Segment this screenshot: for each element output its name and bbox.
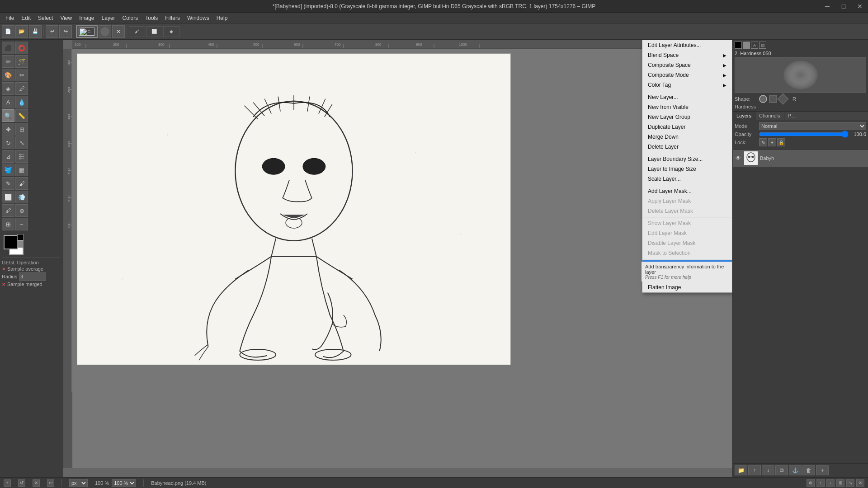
shape-circle[interactable]: [759, 95, 767, 103]
scroll-up-icon[interactable]: ↑: [816, 479, 825, 487]
ctx-item-color-tag[interactable]: Color Tag▶: [642, 80, 732, 90]
canvas-area[interactable]: 100 200 300 400 500 600 700 800 900 1000: [63, 40, 732, 477]
anchor-layer-btn[interactable]: ⚓: [789, 465, 802, 475]
ctx-item-new-from-visible[interactable]: New from Visible: [642, 102, 732, 112]
move-layer-down-btn[interactable]: ↓: [762, 465, 774, 475]
menu-edit[interactable]: Edit: [18, 13, 34, 23]
add-layer-btn[interactable]: +: [816, 465, 829, 475]
new-image-icon[interactable]: +: [4, 479, 11, 487]
menu-windows[interactable]: Windows: [184, 13, 213, 23]
tool-rotate[interactable]: ↻: [2, 136, 14, 149]
paint-mode-btn2[interactable]: ⬜: [146, 26, 162, 37]
tool-scale[interactable]: ⤡: [15, 136, 28, 149]
close-preview[interactable]: ✕: [112, 25, 125, 38]
close-button[interactable]: ✕: [852, 0, 868, 13]
tool-select-by-color[interactable]: 🎨: [2, 69, 14, 81]
foreground-color-swatch[interactable]: [4, 235, 18, 249]
tool-move[interactable]: ✥: [2, 123, 14, 136]
tool-eraser[interactable]: ⬜: [2, 191, 14, 203]
opacity-slider[interactable]: [759, 131, 849, 137]
unit-select[interactable]: px mm cm in: [69, 479, 88, 487]
ctx-item-add-layer-mask[interactable]: Add Layer Mask...: [642, 186, 732, 196]
menu-tools[interactable]: Tools: [142, 13, 161, 23]
ctx-item-delete-layer[interactable]: Delete Layer: [642, 142, 732, 152]
menu-layer[interactable]: Layer: [98, 13, 119, 23]
ctx-item-edit-layer-attrs[interactable]: Edit Layer Attributes...: [642, 40, 732, 50]
tool-airbrush[interactable]: 💨: [15, 191, 28, 203]
ctx-item-scale-layer[interactable]: Scale Layer...: [642, 174, 732, 184]
tool-shear[interactable]: ⊿: [2, 150, 14, 163]
menu-colors[interactable]: Colors: [119, 13, 142, 23]
restore-icon[interactable]: ↺: [18, 479, 25, 487]
nav-icon[interactable]: ⊕: [807, 479, 815, 487]
lock-add[interactable]: +: [768, 138, 776, 146]
tool-zoom[interactable]: 🔍: [2, 109, 14, 122]
tool-align[interactable]: ⊞: [15, 123, 28, 136]
black-preset[interactable]: [17, 234, 24, 240]
tool-scissors[interactable]: ✂: [15, 69, 28, 81]
tool-ellipse-select[interactable]: ⭕: [15, 42, 28, 54]
toolbar-redo[interactable]: ↪: [59, 25, 72, 38]
menu-view[interactable]: View: [57, 13, 75, 23]
ctx-item-blend-space[interactable]: Blend Space▶: [642, 50, 732, 60]
tool-smudge[interactable]: ~: [15, 218, 28, 230]
pattern-indicator[interactable]: A: [751, 42, 758, 49]
expand-icon[interactable]: ⤡: [846, 479, 854, 487]
undo-history-icon[interactable]: ↩: [47, 479, 54, 487]
background-indicator[interactable]: [743, 42, 750, 49]
tool-pencil[interactable]: ✎: [2, 177, 14, 190]
brush-preset-2[interactable]: [99, 25, 111, 38]
tool-rectangle-select[interactable]: ⬛: [2, 42, 14, 54]
tool-text[interactable]: A: [2, 96, 14, 108]
lock-pixels[interactable]: ✎: [759, 138, 767, 146]
tab-layers[interactable]: Layers: [733, 112, 755, 120]
tool-fuzzy-select[interactable]: 🪄: [15, 55, 28, 68]
layer-row-babyhead[interactable]: 👁 Babyh: [733, 150, 868, 167]
minimize-button[interactable]: ─: [819, 0, 835, 13]
ctx-item-new-layer[interactable]: New Layer...: [642, 92, 732, 102]
ctx-item-layer-to-image-size[interactable]: Layer to Image Size: [642, 164, 732, 174]
tool-brush[interactable]: 🖌: [15, 177, 28, 190]
ctx-item-flatten-image[interactable]: Flatten Image: [642, 282, 732, 292]
paint-brush-btn[interactable]: 🖌: [129, 26, 145, 37]
gegl-radius-input[interactable]: [19, 272, 46, 281]
menu-select[interactable]: Select: [34, 13, 57, 23]
gradient-indicator[interactable]: ▤: [759, 42, 766, 49]
tool-clone[interactable]: ⊞: [2, 218, 14, 230]
tool-color-picker[interactable]: 💧: [15, 96, 28, 108]
export-icon[interactable]: ✕: [33, 479, 40, 487]
toolbar-undo[interactable]: ↩: [46, 25, 58, 38]
lock-all[interactable]: 🔒: [777, 138, 785, 146]
ctx-item-layer-boundary-size[interactable]: Layer Boundary Size...: [642, 154, 732, 164]
ctx-item-composite-space[interactable]: Composite Space▶: [642, 60, 732, 70]
foreground-indicator[interactable]: [735, 42, 742, 49]
duplicate-layer-btn[interactable]: ⧉: [775, 465, 788, 475]
shape-square[interactable]: [769, 95, 777, 103]
menu-file[interactable]: File: [2, 13, 18, 23]
tool-paint-bucket[interactable]: 🪣: [2, 164, 14, 176]
tool-free-select[interactable]: ✏: [2, 55, 14, 68]
move-layer-up-btn[interactable]: ↑: [748, 465, 761, 475]
ctx-item-new-layer-group[interactable]: New Layer Group: [642, 112, 732, 122]
delete-layer-btn[interactable]: 🗑: [802, 465, 815, 475]
toolbar-new[interactable]: 📄: [2, 25, 14, 38]
tab-paths[interactable]: P…: [784, 112, 800, 120]
tool-perspective[interactable]: ⬱: [15, 150, 28, 163]
maximize-button[interactable]: □: [835, 0, 852, 13]
ctx-item-composite-mode[interactable]: Composite Mode▶: [642, 70, 732, 80]
shape-diamond[interactable]: [777, 93, 788, 104]
layer-eye-icon[interactable]: 👁: [735, 155, 742, 162]
frame-icon[interactable]: ⊞: [836, 479, 844, 487]
tool-foreground-select[interactable]: ◈: [2, 82, 14, 95]
blend-mode-select[interactable]: Normal Dissolve Multiply: [759, 122, 866, 130]
tool-heal[interactable]: ⊕: [15, 204, 28, 217]
tool-blend[interactable]: ▦: [15, 164, 28, 176]
menu-image[interactable]: Image: [75, 13, 98, 23]
tool-paths[interactable]: 🖊: [15, 82, 28, 95]
paint-mode-btn3[interactable]: ◆: [163, 26, 179, 37]
zoom-select[interactable]: 100 % 50 % 200 %: [112, 479, 136, 487]
ctx-item-duplicate-layer[interactable]: Duplicate Layer: [642, 122, 732, 132]
menu-filters[interactable]: Filters: [161, 13, 184, 23]
create-layer-group-btn[interactable]: 📁: [735, 465, 747, 475]
ctx-item-merge-down[interactable]: Merge Down: [642, 132, 732, 142]
